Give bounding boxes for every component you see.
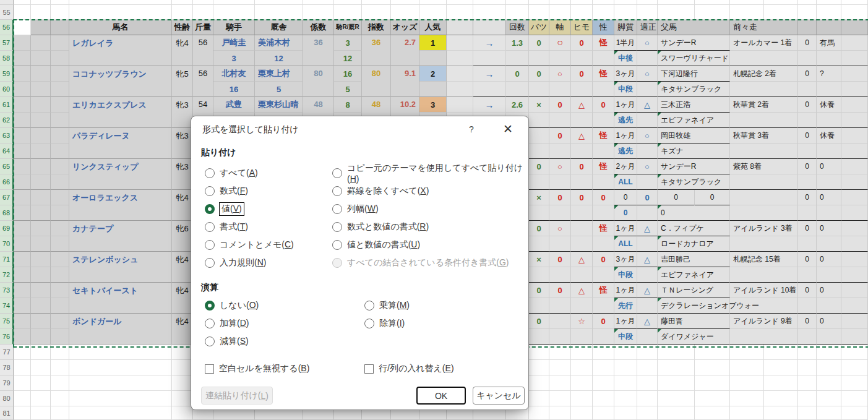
cell-sei-b[interactable] (593, 205, 614, 221)
paste-option-H[interactable]: コピー元のテーマを使用してすべて貼り付け(H) (332, 167, 528, 179)
cell-horse-name[interactable]: パラディレーヌ (69, 128, 172, 159)
cell-batsu-b[interactable] (529, 236, 549, 252)
cell-empty[interactable] (193, 0, 213, 5)
cell-kaisu[interactable]: 2.6 (506, 97, 529, 113)
cell-empty[interactable] (730, 345, 764, 360)
cell-empty[interactable] (817, 375, 841, 391)
cell-a[interactable] (14, 221, 31, 236)
cell-empty[interactable] (614, 375, 637, 391)
cell-empty[interactable] (51, 375, 69, 391)
cell-batsu[interactable]: × (529, 97, 549, 113)
cell-empty[interactable] (658, 0, 695, 5)
cell-batsu[interactable]: 0 (529, 314, 549, 329)
cell-z1-b[interactable] (817, 329, 841, 345)
cell-z1-b[interactable] (817, 174, 841, 190)
cell-c[interactable] (51, 314, 69, 329)
cell-horse-name[interactable]: カナテープ (69, 221, 172, 252)
paste-option-U[interactable]: 値と数値の書式(U) (332, 239, 420, 251)
column-header-weight[interactable]: 斤量 (193, 20, 213, 35)
cell-empty[interactable] (549, 375, 571, 391)
cell-b[interactable] (31, 35, 51, 51)
cell-empty[interactable] (571, 375, 593, 391)
cell-empty[interactable] (841, 360, 868, 375)
cell-empty[interactable] (549, 5, 571, 20)
cell-empty[interactable] (51, 345, 69, 360)
cell-himo[interactable]: 0 (571, 66, 593, 82)
cell-empty[interactable] (817, 391, 841, 406)
cell-z0[interactable]: 0 (798, 159, 817, 174)
cell-empty[interactable] (255, 0, 303, 5)
cell-chichi-extra[interactable]: 0 (695, 190, 730, 205)
cell-c[interactable] (51, 236, 69, 252)
cell-zenzen-b[interactable] (730, 51, 798, 66)
cell-chichi2[interactable]: 0 (658, 205, 730, 221)
cell-ninki[interactable]: 3 (419, 97, 447, 113)
column-header-sexage[interactable]: 性齢 (172, 20, 193, 35)
cell-kaisu-b[interactable] (506, 51, 529, 66)
cell-batsu-b[interactable] (529, 144, 549, 159)
cell-empty[interactable] (549, 0, 571, 5)
radio-T[interactable] (205, 222, 215, 232)
cell-a[interactable] (14, 267, 31, 283)
cell-jockey-rank[interactable]: 3 (213, 51, 255, 66)
cell-chichi[interactable]: ＴＮレーシング (658, 283, 730, 298)
cell-empty[interactable] (549, 391, 571, 406)
cell-empty[interactable] (571, 391, 593, 406)
cell-zenzen-b[interactable] (730, 267, 798, 283)
column-header-name[interactable]: 馬名 (69, 20, 172, 35)
cell-empty[interactable] (798, 0, 817, 5)
cell-empty[interactable] (798, 345, 817, 360)
cell-himo-b[interactable] (571, 205, 593, 221)
cell-kir[interactable]: 8 (334, 97, 362, 113)
cell-empty[interactable] (549, 406, 571, 420)
cell-sei[interactable]: 怪 (593, 128, 614, 144)
cell-empty[interactable] (362, 5, 391, 20)
row-header-65[interactable]: 65 (0, 159, 14, 174)
cell-ninki-b[interactable] (419, 51, 447, 66)
cell-empty[interactable] (764, 375, 798, 391)
cell-empty[interactable] (172, 360, 193, 375)
cell-empty[interactable] (764, 406, 798, 420)
cell-zenzen-b[interactable] (730, 82, 798, 97)
cell-zenzen-b[interactable] (730, 205, 798, 221)
cancel-button[interactable]: キャンセル (473, 387, 525, 405)
cell-empty[interactable] (69, 391, 172, 406)
cell-himo[interactable]: ☆ (571, 314, 593, 329)
cell-z0-b[interactable] (798, 51, 817, 66)
cell-sei-b[interactable] (593, 329, 614, 345)
cell-sei[interactable]: 怪 (593, 66, 614, 82)
cell-z2[interactable] (841, 190, 868, 205)
paste-option-N[interactable]: 入力規則(N) (205, 257, 266, 269)
cell-horse-name[interactable]: オーロラエックス (69, 190, 172, 221)
cell-empty[interactable] (172, 406, 193, 420)
cell-empty[interactable] (841, 345, 868, 360)
cell-z0[interactable]: 0 (798, 97, 817, 113)
cell-empty[interactable] (51, 0, 69, 5)
cell-z1[interactable]: 0 (817, 252, 841, 267)
row-header-80[interactable]: 80 (0, 391, 14, 406)
cell-kyaku[interactable]: 1ヶ月 (614, 97, 637, 113)
cell-b[interactable] (31, 51, 51, 66)
cell-sei-b[interactable] (593, 174, 614, 190)
cell-tekisei-b[interactable] (637, 174, 658, 190)
cell-horse-name[interactable]: セキトバイースト (69, 283, 172, 314)
cell-empty[interactable] (593, 406, 614, 420)
cell-chichi[interactable]: 三木正浩 (658, 97, 730, 113)
cell-z2-b[interactable] (841, 144, 868, 159)
operation-option-D[interactable]: 加算(D) (205, 317, 249, 330)
cell-empty[interactable] (14, 406, 31, 420)
row-header-76[interactable]: 76 (0, 329, 14, 345)
cell-jiku[interactable]: ○ (549, 66, 571, 82)
cell-jiku-b[interactable] (549, 174, 571, 190)
cell-zenzen-b[interactable] (730, 236, 798, 252)
cell-empty[interactable] (172, 345, 193, 360)
cell-empty[interactable] (658, 5, 695, 20)
cell-tekisei-b[interactable] (637, 51, 658, 66)
cell-himo[interactable]: △ (571, 252, 593, 267)
cell-tekisei-b[interactable] (637, 329, 658, 345)
cell-c[interactable] (51, 174, 69, 190)
cell-b[interactable] (31, 329, 51, 345)
cell-batsu[interactable]: 0 (529, 283, 549, 298)
cell-kyaku2[interactable]: 逃先 (614, 113, 637, 128)
cell-tekisei[interactable]: 0 (637, 190, 658, 205)
